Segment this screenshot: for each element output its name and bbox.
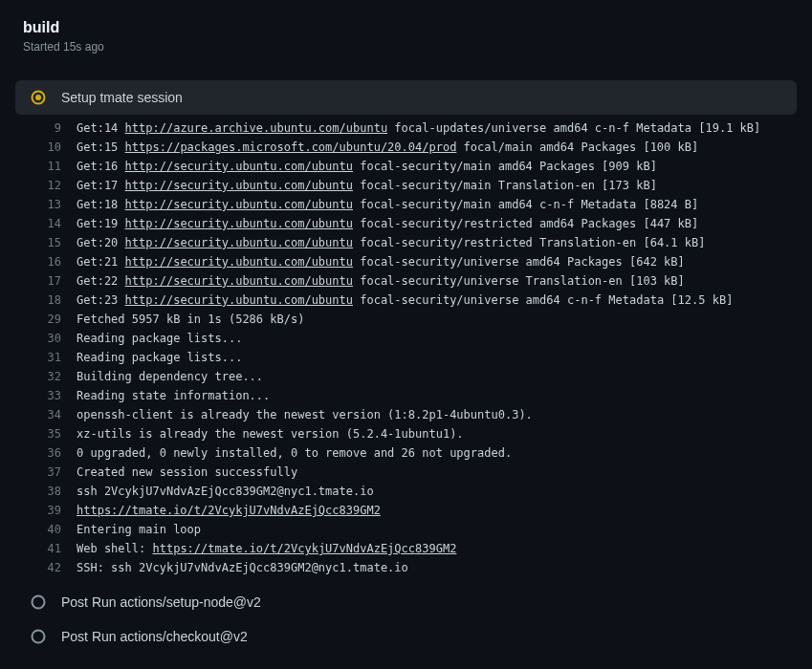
log-line: 15Get:20 http://security.ubuntu.com/ubun…	[15, 233, 797, 252]
log-link[interactable]: http://security.ubuntu.com/ubuntu	[125, 217, 353, 230]
line-content: Get:23 http://security.ubuntu.com/ubuntu…	[77, 291, 797, 310]
log-line: 37Created new session successfully	[15, 463, 797, 482]
line-number: 16	[15, 252, 77, 271]
line-number: 10	[15, 138, 77, 157]
line-content: Reading package lists...	[77, 348, 797, 367]
log-link[interactable]: http://azure.archive.ubuntu.com/ubuntu	[125, 121, 388, 135]
log-line: 41Web shell: https://tmate.io/t/2VcykjU7…	[15, 539, 797, 558]
line-content: 0 upgraded, 0 newly installed, 0 to remo…	[77, 443, 797, 463]
svg-point-1	[35, 95, 41, 100]
log-link[interactable]: http://security.ubuntu.com/ubuntu	[125, 274, 353, 288]
step-label: Post Run actions/setup-node@v2	[61, 594, 261, 610]
log-line: 16Get:21 http://security.ubuntu.com/ubun…	[15, 252, 797, 271]
line-number: 32	[15, 367, 77, 386]
log-line: 30Reading package lists...	[15, 329, 797, 348]
line-content: Get:17 http://security.ubuntu.com/ubuntu…	[77, 176, 797, 195]
log-link[interactable]: http://security.ubuntu.com/ubuntu	[125, 255, 353, 269]
line-number: 18	[15, 291, 77, 310]
line-content: Get:14 http://azure.archive.ubuntu.com/u…	[77, 119, 797, 138]
log-link[interactable]: https://tmate.io/t/2VcykjU7vNdvAzEjQcc83…	[77, 504, 381, 517]
line-number: 13	[15, 195, 77, 214]
line-content: Get:20 http://security.ubuntu.com/ubuntu…	[77, 233, 797, 252]
log-line: 38ssh 2VcykjU7vNdvAzEjQcc839GM2@nyc1.tma…	[15, 482, 797, 501]
line-content: xz-utils is already the newest version (…	[77, 424, 797, 443]
line-content: Get:22 http://security.ubuntu.com/ubuntu…	[77, 271, 797, 291]
job-title: build	[23, 19, 789, 36]
line-content: Building dependency tree...	[77, 367, 797, 386]
step-label: Post Run actions/checkout@v2	[61, 629, 248, 644]
log-line: 31Reading package lists...	[15, 348, 797, 367]
log-line: 34openssh-client is already the newest v…	[15, 405, 797, 424]
line-number: 42	[15, 558, 77, 577]
line-number: 37	[15, 463, 77, 482]
line-content: Get:15 https://packages.microsoft.com/ub…	[77, 138, 797, 157]
line-number: 38	[15, 482, 77, 501]
log-line: 32Building dependency tree...	[15, 367, 797, 386]
line-number: 39	[15, 501, 77, 520]
pending-icon	[31, 594, 46, 610]
log-line: 11Get:16 http://security.ubuntu.com/ubun…	[15, 157, 797, 176]
log-line: 14Get:19 http://security.ubuntu.com/ubun…	[15, 214, 797, 233]
line-number: 34	[15, 405, 77, 424]
line-content: Get:19 http://security.ubuntu.com/ubuntu…	[77, 214, 797, 233]
svg-point-2	[33, 596, 45, 609]
line-content: Created new session successfully	[77, 463, 797, 482]
log-link[interactable]: https://packages.microsoft.com/ubuntu/20…	[125, 140, 457, 154]
log-line: 10Get:15 https://packages.microsoft.com/…	[15, 138, 797, 157]
log-line: 40Entering main loop	[15, 520, 797, 539]
line-number: 14	[15, 214, 77, 233]
log-line: 17Get:22 http://security.ubuntu.com/ubun…	[15, 271, 797, 291]
pending-icon	[31, 629, 46, 644]
steps-container: Setup tmate session 9Get:14 http://azure…	[0, 69, 812, 654]
log-line: 39https://tmate.io/t/2VcykjU7vNdvAzEjQcc…	[15, 501, 797, 520]
job-header: build Started 15s ago	[0, 0, 812, 69]
log-line: 29Fetched 5957 kB in 1s (5286 kB/s)	[15, 310, 797, 329]
line-content: Reading state information...	[77, 386, 797, 405]
line-number: 9	[15, 119, 77, 138]
line-number: 40	[15, 520, 77, 539]
line-number: 11	[15, 157, 77, 176]
line-content: Get:21 http://security.ubuntu.com/ubuntu…	[77, 252, 797, 271]
log-line: 42SSH: ssh 2VcykjU7vNdvAzEjQcc839GM2@nyc…	[15, 558, 797, 577]
log-output[interactable]: 9Get:14 http://azure.archive.ubuntu.com/…	[15, 115, 797, 585]
line-content: Get:16 http://security.ubuntu.com/ubuntu…	[77, 157, 797, 176]
line-number: 36	[15, 443, 77, 463]
line-number: 35	[15, 424, 77, 443]
log-link[interactable]: http://security.ubuntu.com/ubuntu	[125, 179, 353, 192]
line-content: Entering main loop	[77, 520, 797, 539]
line-content: ssh 2VcykjU7vNdvAzEjQcc839GM2@nyc1.tmate…	[77, 482, 797, 501]
line-number: 30	[15, 329, 77, 348]
log-line: 12Get:17 http://security.ubuntu.com/ubun…	[15, 176, 797, 195]
line-number: 41	[15, 539, 77, 558]
line-content: SSH: ssh 2VcykjU7vNdvAzEjQcc839GM2@nyc1.…	[77, 558, 797, 577]
job-subtitle: Started 15s ago	[23, 40, 789, 54]
svg-point-3	[33, 631, 45, 643]
line-content: https://tmate.io/t/2VcykjU7vNdvAzEjQcc83…	[77, 501, 797, 520]
line-content: openssh-client is already the newest ver…	[77, 405, 797, 424]
log-link[interactable]: http://security.ubuntu.com/ubuntu	[125, 293, 353, 307]
line-number: 29	[15, 310, 77, 329]
line-number: 33	[15, 386, 77, 405]
log-line: 13Get:18 http://security.ubuntu.com/ubun…	[15, 195, 797, 214]
step-setup-tmate[interactable]: Setup tmate session	[15, 80, 797, 115]
line-number: 17	[15, 271, 77, 291]
step-post-checkout[interactable]: Post Run actions/checkout@v2	[15, 619, 797, 654]
log-line: 9Get:14 http://azure.archive.ubuntu.com/…	[15, 119, 797, 138]
log-link[interactable]: https://tmate.io/t/2VcykjU7vNdvAzEjQcc83…	[152, 542, 456, 555]
log-link[interactable]: http://security.ubuntu.com/ubuntu	[125, 160, 353, 173]
log-line: 360 upgraded, 0 newly installed, 0 to re…	[15, 443, 797, 463]
log-line: 33Reading state information...	[15, 386, 797, 405]
step-label: Setup tmate session	[61, 90, 183, 105]
line-number: 31	[15, 348, 77, 367]
running-icon	[31, 90, 46, 105]
line-number: 15	[15, 233, 77, 252]
line-content: Fetched 5957 kB in 1s (5286 kB/s)	[77, 310, 797, 329]
log-link[interactable]: http://security.ubuntu.com/ubuntu	[125, 236, 353, 249]
line-content: Web shell: https://tmate.io/t/2VcykjU7vN…	[77, 539, 797, 558]
line-content: Reading package lists...	[77, 329, 797, 348]
step-post-setup-node[interactable]: Post Run actions/setup-node@v2	[15, 585, 797, 619]
line-content: Get:18 http://security.ubuntu.com/ubuntu…	[77, 195, 797, 214]
log-link[interactable]: http://security.ubuntu.com/ubuntu	[125, 198, 353, 211]
line-number: 12	[15, 176, 77, 195]
log-line: 18Get:23 http://security.ubuntu.com/ubun…	[15, 291, 797, 310]
